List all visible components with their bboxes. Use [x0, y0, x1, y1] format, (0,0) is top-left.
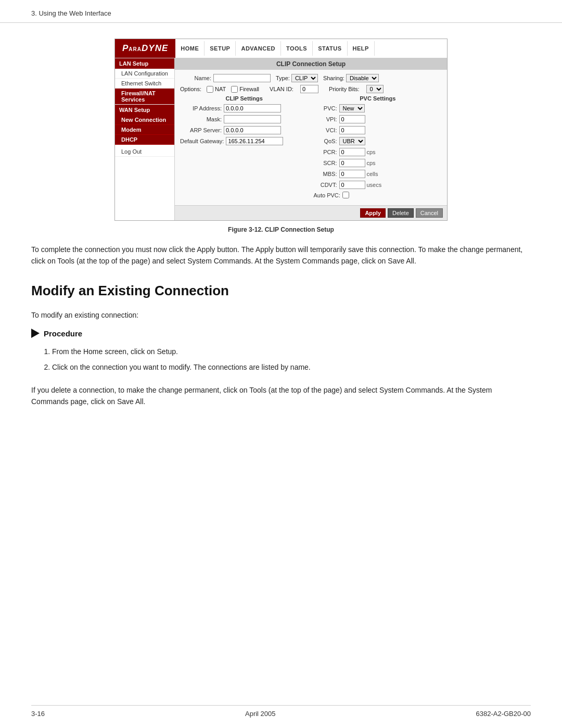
nav-home[interactable]: Home	[175, 41, 205, 56]
nav-setup[interactable]: Setup	[205, 41, 236, 56]
qos-row: QoS: UBR	[314, 137, 442, 145]
firewall-checkbox-label[interactable]: Firewall	[231, 86, 259, 93]
ip-label: IP Address:	[180, 105, 222, 111]
vpi-label: VPI:	[314, 116, 337, 122]
nav-tools[interactable]: Tools	[281, 41, 313, 56]
nav-items: Home Setup Advanced Tools Status Help	[175, 41, 375, 56]
footer-center: April 2005	[245, 710, 276, 718]
nav-advanced[interactable]: Advanced	[236, 41, 281, 56]
mbs-input[interactable]	[339, 170, 365, 178]
scr-row: SCR: cps	[314, 159, 442, 167]
scr-input[interactable]	[339, 159, 365, 167]
arp-label: ARP Server:	[180, 127, 222, 133]
sidebar-log-out[interactable]: Log Out	[115, 147, 174, 157]
auto-pvc-checkbox[interactable]	[342, 192, 349, 198]
pvc-settings-col: PVC Settings PVC: New VPI:	[314, 95, 442, 201]
sidebar-modem[interactable]: Modem	[115, 125, 174, 135]
pvc-label: PVC:	[314, 105, 337, 111]
arp-input[interactable]	[224, 126, 281, 134]
sidebar-lan-setup-header: LAN Setup	[115, 58, 174, 69]
pvc-row: PVC: New	[314, 104, 442, 112]
screenshot-container: PARADYNE Home Setup Advanced Tools Statu…	[114, 39, 448, 221]
firewall-label: Firewall	[239, 86, 259, 92]
scr-unit: cps	[367, 160, 376, 166]
qos-select[interactable]: UBR	[339, 137, 365, 145]
pcr-row: PCR: cps	[314, 148, 442, 156]
mask-row: Mask:	[180, 115, 309, 123]
vlan-input[interactable]	[300, 85, 318, 93]
nat-checkbox[interactable]	[207, 86, 213, 93]
section-heading: Modify an Existing Connection	[31, 283, 531, 299]
sharing-select[interactable]: Disable	[346, 74, 379, 82]
type-label: Type:	[276, 75, 290, 81]
clip-settings-col: CLIP Settings IP Address: Mask: ARP Serv…	[180, 95, 309, 201]
sidebar-wan-setup-header: WAN Setup	[115, 105, 174, 115]
sidebar-lan-configuration[interactable]: LAN Configuration	[115, 69, 174, 79]
mask-label: Mask:	[180, 116, 222, 122]
procedure-list: From the Home screen, click on Setup. Cl…	[52, 346, 531, 374]
auto-pvc-label: Auto PVC:	[314, 192, 340, 198]
auto-pvc-row: Auto PVC:	[314, 192, 442, 198]
cdvt-label: CDVT:	[314, 182, 337, 188]
procedure-triangle-icon	[31, 329, 40, 338]
nav-help[interactable]: Help	[348, 41, 375, 56]
vci-label: VCI:	[314, 127, 337, 133]
footer-right: 6382-A2-GB20-00	[476, 710, 531, 718]
cdvt-input[interactable]	[339, 181, 365, 189]
priority-select[interactable]: 0	[366, 85, 384, 93]
cdvt-row: CDVT: usecs	[314, 181, 442, 189]
footer-left: 3-16	[31, 710, 45, 718]
pcr-label: PCR:	[314, 149, 337, 155]
delete-note: If you delete a connection, to make the …	[31, 384, 531, 408]
router-sidebar: LAN Setup LAN Configuration Ethernet Swi…	[115, 58, 175, 220]
mbs-unit: cells	[367, 171, 378, 177]
panel-content: Name: Type: CLIP Sharing: Disable Opt	[175, 70, 447, 205]
cancel-button[interactable]: Cancel	[416, 208, 443, 218]
apply-button[interactable]: Apply	[360, 208, 386, 218]
page-footer: 3-16 April 2005 6382-A2-GB20-00	[31, 705, 531, 718]
vlan-label: VLAN ID:	[270, 86, 293, 92]
name-input[interactable]	[213, 74, 271, 82]
ip-address-row: IP Address:	[180, 104, 309, 112]
vci-row: VCI:	[314, 126, 442, 134]
vpi-row: VPI:	[314, 115, 442, 123]
procedure-header: Procedure	[31, 329, 531, 338]
modify-intro: To modify an existing connection:	[31, 309, 531, 321]
nat-label: NAT	[215, 86, 226, 92]
pcr-unit: cps	[367, 149, 376, 155]
options-row: Options: NAT Firewall VLAN ID: Priority …	[180, 85, 442, 93]
vci-input[interactable]	[339, 126, 365, 134]
pcr-input[interactable]	[339, 148, 365, 156]
ip-input[interactable]	[224, 104, 281, 112]
settings-columns: CLIP Settings IP Address: Mask: ARP Serv…	[180, 95, 442, 201]
action-buttons: Apply Delete Cancel	[175, 205, 447, 220]
sidebar-firewall-nat[interactable]: Firewall/NAT Services	[115, 89, 174, 105]
pvc-settings-title: PVC Settings	[314, 95, 442, 102]
gateway-input[interactable]	[226, 137, 283, 145]
mask-input[interactable]	[224, 115, 281, 123]
sidebar-new-connection[interactable]: New Connection	[115, 115, 174, 125]
router-body: LAN Setup LAN Configuration Ethernet Swi…	[115, 58, 447, 220]
type-select[interactable]: CLIP	[291, 74, 318, 82]
qos-label: QoS:	[314, 138, 337, 144]
name-type-row: Name: Type: CLIP Sharing: Disable	[180, 74, 442, 82]
firewall-checkbox[interactable]	[231, 86, 238, 93]
delete-button[interactable]: Delete	[388, 208, 414, 218]
procedure-step-1: From the Home screen, click on Setup.	[52, 346, 531, 358]
nat-checkbox-label[interactable]: NAT	[207, 86, 226, 93]
sidebar-dhcp[interactable]: DHCP	[115, 135, 174, 145]
page-header: 3. Using the Web Interface	[0, 0, 562, 23]
logo-text: PARADYNE	[122, 43, 168, 53]
arp-row: ARP Server:	[180, 126, 309, 134]
procedure-step-2: Click on the connection you want to modi…	[52, 361, 531, 374]
sidebar-ethernet-switch[interactable]: Ethernet Switch	[115, 79, 174, 89]
vpi-input[interactable]	[339, 115, 365, 123]
figure-caption: Figure 3-12. CLIP Connection Setup	[31, 226, 531, 233]
router-nav: PARADYNE Home Setup Advanced Tools Statu…	[115, 39, 447, 58]
options-label: Options:	[180, 86, 201, 92]
cdvt-unit: usecs	[367, 182, 382, 188]
panel-title: CLIP Connection Setup	[175, 58, 447, 70]
nav-status[interactable]: Status	[313, 41, 347, 56]
pvc-select[interactable]: New	[339, 104, 365, 112]
mbs-row: MBS: cells	[314, 170, 442, 178]
